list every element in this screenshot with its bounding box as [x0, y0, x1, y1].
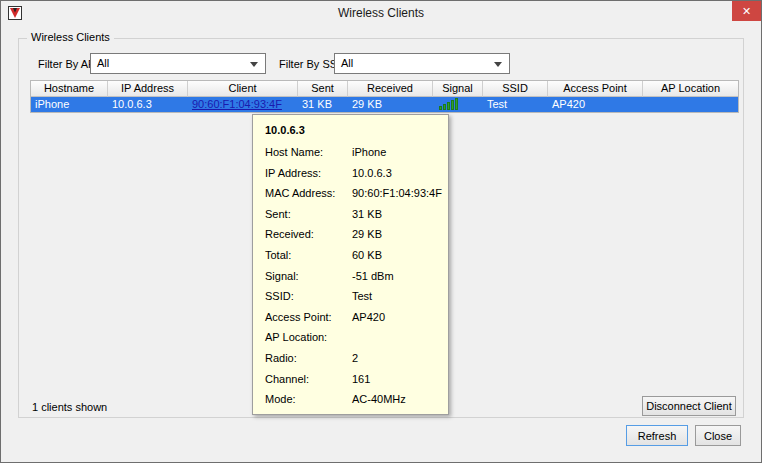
cell-hostname: iPhone: [31, 97, 108, 112]
client-details-tooltip: 10.0.6.3 Host Name:iPhone IP Address:10.…: [252, 114, 449, 415]
tooltip-row: Radio:2: [265, 352, 436, 373]
tooltip-row: SSID:Test: [265, 290, 436, 311]
filter-by-ap-label: Filter By AP: [38, 58, 95, 70]
cell-ip-address: 10.0.6.3: [108, 97, 188, 112]
tooltip-row: Received:29 KB: [265, 228, 436, 249]
tooltip-value: 60 KB: [352, 249, 436, 270]
tooltip-label: Host Name:: [265, 146, 352, 167]
clients-shown-status: 1 clients shown: [32, 401, 107, 413]
column-header-ip-address[interactable]: IP Address: [108, 81, 188, 97]
tooltip-value: Test: [352, 290, 436, 311]
filter-by-ssid-value: All: [341, 57, 353, 69]
tooltip-value: iPhone: [352, 146, 436, 167]
column-header-ap-location[interactable]: AP Location: [643, 81, 738, 97]
cell-received: 29 KB: [348, 97, 433, 112]
column-header-sent[interactable]: Sent: [298, 81, 348, 97]
cell-sent: 31 KB: [298, 97, 348, 112]
filter-by-ssid-dropdown[interactable]: All: [334, 53, 510, 74]
cell-client: 90:60:F1:04:93:4F: [188, 97, 298, 112]
cell-signal: [433, 97, 483, 112]
tooltip-label: Access Point:: [265, 311, 352, 332]
chevron-down-icon: [494, 62, 502, 67]
wireless-clients-dialog: Wireless Clients ✕ Wireless Clients Filt…: [0, 0, 762, 463]
tooltip-row: MAC Address:90:60:F1:04:93:4F: [265, 187, 436, 208]
signal-strength-icon: [439, 98, 458, 110]
tooltip-value: 29 KB: [352, 228, 436, 249]
chevron-down-icon: [250, 62, 258, 67]
tooltip-value: -51 dBm: [352, 270, 436, 291]
tooltip-row: Mode:AC-40MHz: [265, 393, 436, 414]
column-header-access-point[interactable]: Access Point: [548, 81, 643, 97]
tooltip-value: 161: [352, 373, 436, 394]
tooltip-label: Received:: [265, 228, 352, 249]
clients-table: Hostname IP Address Client Sent Received…: [30, 80, 739, 113]
tooltip-row: AP Location:: [265, 331, 436, 352]
tooltip-row: Access Point:AP420: [265, 311, 436, 332]
tooltip-value: 90:60:F1:04:93:4F: [352, 187, 442, 208]
clients-table-header: Hostname IP Address Client Sent Received…: [31, 81, 738, 97]
tooltip-label: AP Location:: [265, 331, 352, 352]
tooltip-row: Signal:-51 dBm: [265, 270, 436, 291]
filter-by-ap-dropdown[interactable]: All: [90, 53, 266, 74]
tooltip-label: Total:: [265, 249, 352, 270]
cell-access-point: AP420: [548, 97, 643, 112]
tooltip-value: AP420: [352, 311, 436, 332]
tooltip-value: 31 KB: [352, 208, 436, 229]
cell-ap-location: [643, 97, 738, 112]
tooltip-label: MAC Address:: [265, 187, 352, 208]
refresh-button[interactable]: Refresh: [626, 425, 688, 446]
tooltip-label: Mode:: [265, 393, 352, 414]
client-mac-link[interactable]: 90:60:F1:04:93:4F: [192, 98, 282, 110]
tooltip-row: Channel:161: [265, 373, 436, 394]
title-bar: Wireless Clients ✕: [1, 1, 761, 25]
tooltip-label: Sent:: [265, 208, 352, 229]
tooltip-value: 2: [352, 352, 436, 373]
tooltip-row: Sent:31 KB: [265, 208, 436, 229]
tooltip-label: SSID:: [265, 290, 352, 311]
window-close-button[interactable]: ✕: [732, 1, 761, 21]
tooltip-value: [352, 331, 436, 352]
tooltip-row: Host Name:iPhone: [265, 146, 436, 167]
column-header-received[interactable]: Received: [348, 81, 433, 97]
panel-legend: Wireless Clients: [27, 31, 114, 43]
tooltip-value: AC-40MHz: [352, 393, 436, 414]
tooltip-value: 10.0.6.3: [352, 167, 436, 188]
tooltip-label: Radio:: [265, 352, 352, 373]
column-header-signal[interactable]: Signal: [433, 81, 483, 97]
tooltip-title: 10.0.6.3: [265, 124, 436, 136]
filter-by-ap-value: All: [97, 57, 109, 69]
tooltip-row: IP Address:10.0.6.3: [265, 167, 436, 188]
column-header-ssid[interactable]: SSID: [483, 81, 548, 97]
close-button[interactable]: Close: [695, 425, 741, 446]
tooltip-row: Total:60 KB: [265, 249, 436, 270]
tooltip-label: Channel:: [265, 373, 352, 394]
column-header-hostname[interactable]: Hostname: [31, 81, 108, 97]
tooltip-label: Signal:: [265, 270, 352, 291]
table-row[interactable]: iPhone 10.0.6.3 90:60:F1:04:93:4F 31 KB …: [31, 97, 738, 112]
window-title: Wireless Clients: [1, 6, 761, 20]
column-header-client[interactable]: Client: [188, 81, 298, 97]
disconnect-client-button[interactable]: Disconnect Client: [642, 396, 736, 416]
tooltip-label: IP Address:: [265, 167, 352, 188]
wireless-clients-panel: Wireless Clients Filter By AP All Filter…: [18, 38, 744, 418]
cell-ssid: Test: [483, 97, 548, 112]
